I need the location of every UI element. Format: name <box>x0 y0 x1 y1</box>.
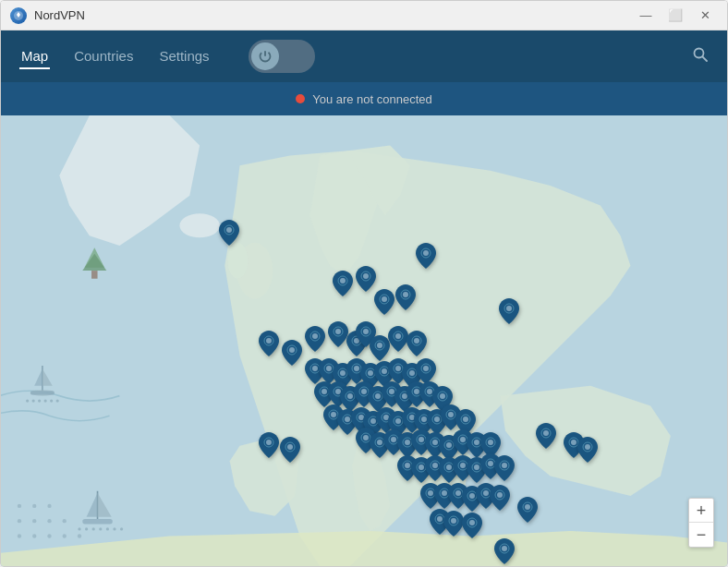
svg-point-173 <box>460 463 466 468</box>
svg-point-12 <box>18 519 21 523</box>
window-controls: — ⬜ ✕ <box>633 6 718 25</box>
svg-point-17 <box>32 534 36 537</box>
location-pin[interactable] <box>356 266 376 296</box>
map-area[interactable]: + − <box>1 115 727 566</box>
location-pin[interactable] <box>416 243 436 272</box>
location-pin[interactable] <box>395 284 416 314</box>
svg-point-139 <box>363 435 369 440</box>
svg-point-193 <box>437 516 443 522</box>
svg-point-55 <box>506 306 512 311</box>
svg-point-185 <box>455 490 461 496</box>
svg-point-75 <box>312 366 318 371</box>
maximize-button[interactable]: ⬜ <box>662 6 688 25</box>
svg-point-53 <box>403 292 408 297</box>
svg-point-157 <box>488 440 493 445</box>
svg-point-87 <box>395 366 401 371</box>
location-pin[interactable] <box>517 497 538 526</box>
search-button[interactable] <box>692 46 709 67</box>
location-pin[interactable] <box>280 437 300 466</box>
svg-rect-41 <box>91 271 98 279</box>
app-icon <box>10 7 27 24</box>
svg-point-201 <box>502 546 507 551</box>
svg-point-135 <box>266 440 272 445</box>
svg-point-29 <box>56 399 59 402</box>
svg-point-129 <box>434 416 440 422</box>
location-pin[interactable] <box>406 331 427 360</box>
svg-point-177 <box>488 461 493 466</box>
close-button[interactable]: ✕ <box>692 6 718 25</box>
nav-settings[interactable]: Settings <box>157 44 211 69</box>
location-pin[interactable] <box>259 331 279 360</box>
statusbar: You are not connected <box>1 82 727 115</box>
svg-point-6 <box>179 213 219 237</box>
svg-point-43 <box>226 227 232 233</box>
status-text: You are not connected <box>312 92 432 106</box>
location-pin[interactable] <box>443 511 464 540</box>
svg-point-191 <box>497 492 503 498</box>
svg-point-18 <box>47 534 51 537</box>
svg-point-38 <box>120 527 123 530</box>
svg-point-143 <box>391 437 396 442</box>
svg-point-161 <box>571 440 576 445</box>
svg-point-51 <box>382 296 387 302</box>
svg-point-111 <box>440 393 445 399</box>
svg-point-147 <box>419 437 424 442</box>
svg-point-99 <box>361 389 367 394</box>
location-pin[interactable] <box>259 432 279 462</box>
location-pin[interactable] <box>536 423 556 452</box>
svg-point-81 <box>354 366 359 371</box>
svg-point-9 <box>18 504 21 508</box>
svg-point-13 <box>32 519 36 523</box>
toggle-track[interactable] <box>249 40 315 73</box>
svg-point-77 <box>326 366 332 371</box>
location-pin[interactable] <box>374 289 394 319</box>
location-pin[interactable] <box>305 326 325 356</box>
location-pin[interactable] <box>328 321 348 351</box>
nav-map[interactable]: Map <box>19 44 50 69</box>
svg-point-123 <box>395 418 401 424</box>
nav-countries[interactable]: Countries <box>72 44 135 69</box>
svg-point-47 <box>363 273 369 279</box>
svg-point-33 <box>85 527 88 530</box>
zoom-in-button[interactable]: + <box>689 499 713 523</box>
svg-point-145 <box>405 440 410 445</box>
location-pin[interactable] <box>499 298 519 328</box>
location-pin[interactable] <box>577 437 598 466</box>
svg-point-165 <box>405 463 410 468</box>
svg-point-171 <box>446 464 452 470</box>
svg-point-137 <box>287 444 293 450</box>
svg-point-141 <box>377 440 382 445</box>
svg-point-34 <box>92 527 95 530</box>
minimize-button[interactable]: — <box>633 6 659 25</box>
location-pin[interactable] <box>494 538 515 566</box>
location-pin[interactable] <box>490 485 510 514</box>
svg-point-10 <box>32 504 36 508</box>
svg-point-113 <box>331 412 336 417</box>
svg-point-153 <box>460 437 466 442</box>
svg-point-16 <box>18 534 21 537</box>
svg-point-59 <box>289 347 295 353</box>
power-toggle[interactable] <box>249 40 315 73</box>
svg-point-83 <box>368 370 373 376</box>
location-pin[interactable] <box>462 513 482 542</box>
svg-point-27 <box>44 399 47 402</box>
svg-point-63 <box>335 329 341 334</box>
location-pin[interactable] <box>333 271 353 300</box>
svg-point-73 <box>414 338 419 344</box>
svg-point-91 <box>423 366 429 371</box>
location-pin[interactable] <box>388 326 408 356</box>
svg-point-15 <box>63 519 67 523</box>
svg-point-189 <box>483 490 489 496</box>
location-pin[interactable] <box>282 340 302 369</box>
zoom-out-button[interactable]: − <box>689 523 713 547</box>
svg-point-163 <box>585 444 590 450</box>
svg-point-79 <box>340 370 346 376</box>
svg-point-32 <box>78 527 80 530</box>
svg-point-197 <box>469 520 475 525</box>
location-pin[interactable] <box>219 220 239 249</box>
svg-point-69 <box>377 343 382 348</box>
svg-point-28 <box>50 399 53 402</box>
svg-point-57 <box>266 338 272 344</box>
svg-line-4 <box>703 56 708 61</box>
location-pin[interactable] <box>494 455 515 485</box>
